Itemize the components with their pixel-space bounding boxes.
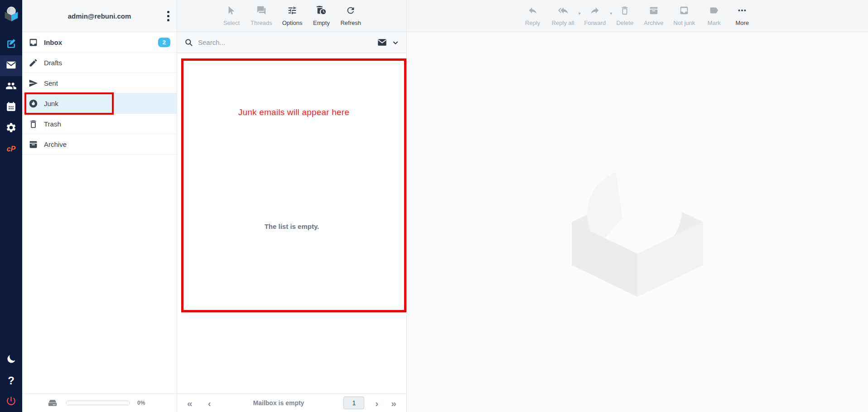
message-list-pane: Select Threads Options Empty Refresh (177, 0, 407, 412)
empty-trash-clock-icon (316, 5, 326, 17)
paper-plane-icon (29, 78, 38, 88)
folder-pane: admin@rebuni.com Inbox 2 Drafts Sent Jun… (22, 0, 177, 412)
app-logo-icon (0, 0, 22, 26)
forward-button[interactable]: Forward ▾ (579, 2, 611, 30)
pagination-bar: « ‹ Mailbox is empty › » (177, 393, 406, 412)
message-view-body (407, 32, 868, 412)
contacts-nav-button[interactable] (0, 76, 22, 97)
storage-bar: 0% (22, 393, 177, 412)
delete-button[interactable]: Delete (611, 2, 639, 30)
calendar-icon (5, 101, 17, 114)
help-button[interactable]: ? (0, 370, 22, 391)
prev-page-button[interactable]: ‹ (205, 398, 214, 408)
last-page-button[interactable]: » (388, 398, 399, 408)
question-icon: ? (8, 374, 14, 387)
folder-label: Trash (44, 120, 61, 128)
search-icon (184, 38, 193, 47)
compose-icon (5, 39, 17, 52)
not-junk-button[interactable]: Not junk (669, 2, 700, 30)
refresh-button[interactable]: Refresh (335, 2, 366, 30)
threads-button[interactable]: Threads (246, 2, 277, 30)
refresh-icon (346, 5, 356, 17)
empty-state-illustration (563, 147, 712, 297)
quota-progress-bar (66, 401, 130, 405)
sliders-icon (287, 5, 297, 17)
chat-bubbles-icon (256, 5, 266, 17)
pencil-icon (29, 58, 38, 68)
nav-rail: cP ? (0, 0, 22, 412)
tag-icon (709, 5, 719, 17)
first-page-button[interactable]: « (184, 398, 195, 408)
trash-icon (29, 119, 38, 129)
message-view-pane: Reply Reply all ▾ Forward ▾ Delete Archi… (407, 0, 868, 412)
unread-count-badge: 2 (158, 38, 170, 47)
search-input[interactable] (198, 39, 372, 46)
gear-icon (5, 122, 17, 135)
folder-label: Junk (44, 100, 58, 107)
cpanel-icon: cP (7, 145, 16, 153)
more-button[interactable]: More (728, 2, 756, 30)
list-empty-text: The list is empty. (177, 223, 406, 230)
compose-button[interactable] (0, 34, 22, 55)
search-scope-mail-icon[interactable] (377, 37, 387, 48)
account-menu-button[interactable] (166, 10, 170, 22)
folder-label: Archive (44, 141, 67, 148)
dark-mode-button[interactable] (0, 349, 22, 370)
folder-label: Sent (44, 79, 58, 87)
select-button[interactable]: Select (217, 2, 246, 30)
fire-icon (29, 99, 38, 108)
search-bar (177, 32, 406, 53)
cursor-icon (227, 5, 236, 17)
archive-icon (649, 5, 659, 17)
quota-percent: 0% (137, 400, 145, 406)
trash-icon (620, 5, 630, 17)
folder-label: Inbox (44, 39, 62, 46)
disk-icon (47, 397, 58, 409)
power-icon (5, 395, 17, 408)
calendar-nav-button[interactable] (0, 97, 22, 118)
folder-item-inbox[interactable]: Inbox 2 (22, 32, 177, 53)
folder-item-drafts[interactable]: Drafts (22, 53, 177, 73)
mailbox-status: Mailbox is empty (214, 399, 344, 407)
inbox-icon (29, 38, 38, 47)
annotation-list-box (181, 58, 406, 312)
page-number-input[interactable] (343, 397, 364, 409)
archive-icon (29, 140, 38, 149)
more-dots-icon (737, 5, 747, 17)
mark-button[interactable]: Mark (700, 2, 728, 30)
forward-icon (590, 5, 600, 17)
reply-button[interactable]: Reply (519, 2, 547, 30)
folder-item-junk[interactable]: Junk (22, 93, 177, 114)
reply-all-button[interactable]: Reply all ▾ (547, 2, 579, 30)
folder-item-archive[interactable]: Archive (22, 134, 177, 155)
logout-button[interactable] (0, 391, 22, 412)
folder-label: Drafts (44, 59, 62, 67)
search-options-chevron-icon[interactable] (392, 39, 399, 46)
webmail-app: cP ? admin@rebuni.com Inbox 2 Drafts (0, 0, 868, 412)
annotation-note: Junk emails will appear here (181, 107, 406, 117)
inbox-icon (679, 5, 689, 17)
options-button[interactable]: Options (277, 2, 308, 30)
folder-list: Inbox 2 Drafts Sent Junk Trash Archiv (22, 32, 177, 155)
contacts-icon (5, 80, 17, 93)
mail-icon (5, 59, 17, 73)
next-page-button[interactable]: › (372, 398, 381, 408)
reply-all-icon (558, 5, 568, 17)
cpanel-nav-button[interactable]: cP (0, 139, 22, 160)
reply-icon (528, 5, 538, 17)
account-email: admin@rebuni.com (68, 12, 131, 20)
folder-item-trash[interactable]: Trash (22, 114, 177, 134)
empty-folder-button[interactable]: Empty (307, 2, 335, 30)
account-header: admin@rebuni.com (22, 0, 177, 32)
folder-item-sent[interactable]: Sent (22, 73, 177, 93)
archive-button[interactable]: Archive (639, 2, 668, 30)
settings-nav-button[interactable] (0, 118, 22, 139)
message-list-body: Junk emails will appear here The list is… (177, 53, 406, 393)
message-toolbar: Reply Reply all ▾ Forward ▾ Delete Archi… (407, 0, 868, 32)
moon-icon (5, 354, 17, 367)
mail-nav-button[interactable] (0, 55, 22, 76)
list-toolbar: Select Threads Options Empty Refresh (177, 0, 406, 32)
